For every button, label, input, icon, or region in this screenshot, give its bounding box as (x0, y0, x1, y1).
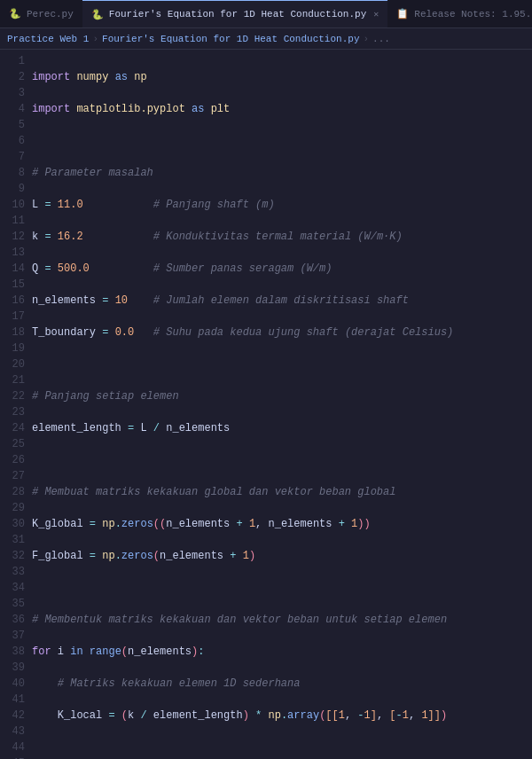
tab-icon-release: 📋 (396, 8, 409, 20)
tab-icon-fourier: 🐍 (91, 9, 104, 20)
tab-label-fourier: Fourier's Equation for 1D Heat Conductio… (109, 9, 366, 20)
breadcrumb-sep-2: › (363, 34, 369, 44)
tab-fourier[interactable]: 🐍 Fourier's Equation for 1D Heat Conduct… (82, 0, 387, 27)
tab-close-button[interactable]: ✕ (373, 9, 379, 20)
code-content: import numpy as np import matplotlib.pyp… (32, 50, 532, 759)
tab-icon-perepy: 🐍 (9, 8, 21, 20)
line-numbers: 12345 678910 1112131415 1617181920 21222… (0, 50, 32, 759)
tab-release[interactable]: 📋 Release Notes: 1.95.2 (387, 0, 532, 27)
tab-label-perepy: Perec.py (27, 9, 74, 20)
breadcrumb-home[interactable]: Practice Web 1 (7, 34, 89, 44)
tab-perepy[interactable]: 🐍 Perec.py (0, 0, 82, 27)
tab-label-release: Release Notes: 1.95.2 (414, 9, 532, 20)
editor: 12345 678910 1112131415 1617181920 21222… (0, 50, 532, 759)
breadcrumb-file[interactable]: Fourier's Equation for 1D Heat Conductio… (102, 34, 359, 44)
title-bar: 🐍 Perec.py 🐍 Fourier's Equation for 1D H… (0, 0, 532, 28)
breadcrumb-sep-1: › (92, 34, 98, 44)
breadcrumb-more: ... (372, 34, 390, 44)
breadcrumb: Practice Web 1 › Fourier's Equation for … (0, 28, 532, 50)
